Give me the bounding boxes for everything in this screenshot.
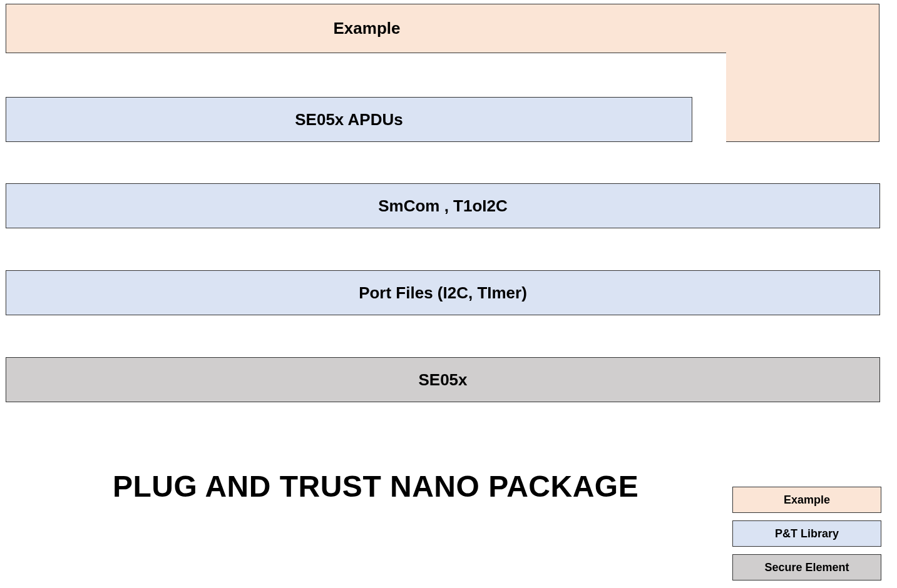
block-port-files-label: Port Files (I2C, TImer) [359,283,527,303]
seam-patch [725,4,729,52]
block-smcom-t1oi2c: SmCom , T1oI2C [6,183,880,228]
legend-example: Example [732,487,881,513]
legend-secure-element: Secure Element [732,554,881,580]
block-se05x: SE05x [6,357,880,402]
block-se05x-label: SE05x [418,370,467,390]
block-example-label: Example [334,19,401,38]
legend-example-label: Example [784,494,830,507]
block-se05x-apdus: SE05x APDUs [6,97,692,142]
block-example-top: Example [6,4,727,53]
diagram-title: PLUG AND TRUST NANO PACKAGE [113,469,638,504]
diagram-canvas: Example SE05x APDUs SmCom , T1oI2C Port … [0,0,897,588]
block-se05x-apdus-label: SE05x APDUs [295,110,402,129]
legend-secure-label: Secure Element [764,561,849,574]
legend-pt-library: P&T Library [732,520,881,547]
block-smcom-label: SmCom , T1oI2C [378,196,508,216]
block-port-files: Port Files (I2C, TImer) [6,270,880,315]
block-example-right [726,4,879,142]
legend-ptlib-label: P&T Library [775,527,839,540]
